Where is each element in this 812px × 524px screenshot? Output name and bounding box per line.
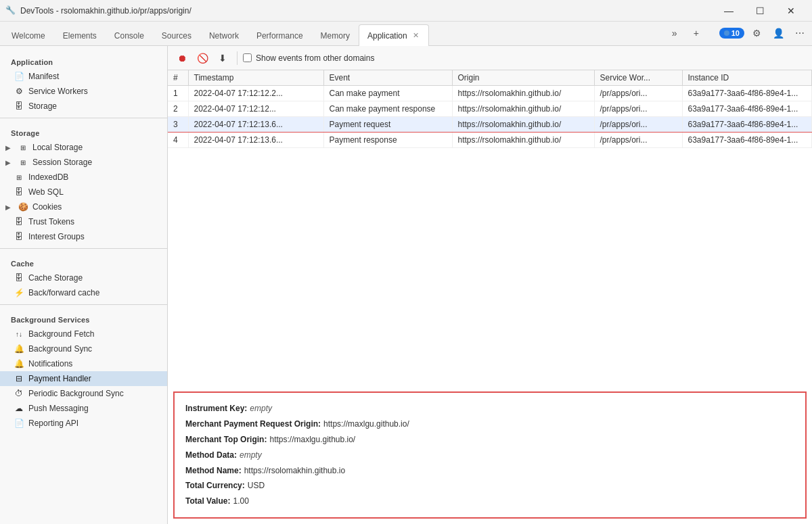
new-tab-button[interactable]: + bbox=[687, 24, 706, 43]
detail-row-method-name: Method Name: https://rsolomakhin.github.… bbox=[185, 463, 794, 479]
cookies-icon: 🍪 bbox=[18, 201, 28, 212]
row-service-worker: /pr/apps/ori... bbox=[594, 133, 682, 148]
events-table: # Timestamp Event Origin Service Wor... … bbox=[168, 70, 812, 148]
sidebar-item-push-messaging[interactable]: ☁ Push Messaging bbox=[0, 401, 167, 416]
col-service-worker: Service Wor... bbox=[594, 70, 682, 86]
sidebar-item-indexeddb[interactable]: ⊞ IndexedDB bbox=[0, 170, 167, 185]
sidebar-item-back-forward-cache[interactable]: ⚡ Back/forward cache bbox=[0, 285, 167, 300]
sidebar-item-interest-groups[interactable]: 🗄 Interest Groups bbox=[0, 229, 167, 244]
detail-row-merchant-payment-request-origin: Merchant Payment Request Origin: https:/… bbox=[185, 416, 794, 432]
save-button[interactable]: ⬇ bbox=[214, 49, 231, 67]
close-button[interactable]: ✕ bbox=[775, 0, 807, 22]
tab-network[interactable]: Network bbox=[200, 24, 248, 46]
table-row[interactable]: 32022-04-07 17:12:13.6...Payment request… bbox=[168, 117, 812, 133]
tab-application[interactable]: Application ✕ bbox=[359, 24, 429, 46]
sidebar-item-trust-tokens[interactable]: 🗄 Trust Tokens bbox=[0, 214, 167, 229]
indexeddb-icon: ⊞ bbox=[14, 172, 24, 183]
sidebar-section-cache: Cache bbox=[0, 253, 167, 270]
sidebar-item-back-forward-cache-label: Back/forward cache bbox=[28, 288, 99, 297]
sidebar-item-reporting-api[interactable]: 📄 Reporting API bbox=[0, 416, 167, 431]
record-button[interactable]: ⏺ bbox=[173, 49, 191, 67]
sidebar-item-cookies[interactable]: ▶ 🍪 Cookies bbox=[0, 199, 167, 214]
profile-button[interactable]: 👤 bbox=[769, 24, 788, 43]
sidebar-item-notifications-label: Notifications bbox=[28, 359, 72, 368]
more-options-button[interactable]: ⋯ bbox=[790, 24, 809, 43]
sidebar-item-reporting-api-label: Reporting API bbox=[28, 419, 78, 428]
error-badge[interactable]: 10 bbox=[719, 28, 744, 39]
more-tabs-button[interactable]: » bbox=[665, 24, 684, 43]
sidebar-item-background-sync[interactable]: 🔔 Background Sync bbox=[0, 341, 167, 356]
merchant-top-origin-label: Merchant Top Origin: bbox=[185, 432, 267, 448]
sidebar-item-storage-label: Storage bbox=[28, 101, 57, 111]
sidebar-item-notifications[interactable]: 🔔 Notifications bbox=[0, 356, 167, 371]
row-event: Can make payment bbox=[323, 86, 452, 101]
row-origin: https://rsolomakhin.github.io/ bbox=[452, 101, 594, 117]
total-value-label: Total Value: bbox=[185, 494, 230, 509]
main-toolbar: ⏺ 🚫 ⬇ Show events from other domains bbox=[168, 46, 812, 70]
show-events-checkbox-label[interactable]: Show events from other domains bbox=[243, 53, 374, 63]
row-timestamp: 2022-04-07 17:12:13.6... bbox=[188, 133, 323, 148]
sidebar-item-cache-storage[interactable]: 🗄 Cache Storage bbox=[0, 270, 167, 285]
tab-memory[interactable]: Memory bbox=[312, 24, 359, 46]
notifications-icon: 🔔 bbox=[14, 358, 24, 369]
detail-row-instrument-key: Instrument Key: empty bbox=[185, 401, 794, 416]
sidebar-item-trust-tokens-label: Trust Tokens bbox=[28, 217, 74, 227]
sidebar-item-local-storage[interactable]: ▶ ⊞ Local Storage bbox=[0, 140, 167, 155]
instrument-key-value: empty bbox=[250, 401, 272, 416]
background-sync-icon: 🔔 bbox=[14, 343, 24, 354]
local-storage-arrow-icon: ▶ bbox=[5, 144, 14, 151]
sidebar-item-session-storage-label: Session Storage bbox=[32, 158, 92, 167]
clear-button[interactable]: 🚫 bbox=[194, 49, 211, 67]
sidebar-item-interest-groups-label: Interest Groups bbox=[28, 232, 85, 241]
background-fetch-icon: ↑↓ bbox=[14, 329, 24, 339]
merchant-top-origin-value: https://maxlgu.github.io/ bbox=[269, 432, 355, 448]
row-num: 3 bbox=[168, 117, 188, 133]
sidebar-item-background-fetch-label: Background Fetch bbox=[28, 329, 94, 339]
sidebar-item-push-messaging-label: Push Messaging bbox=[28, 404, 89, 413]
sidebar-item-manifest[interactable]: 📄 Manifest bbox=[0, 69, 167, 84]
row-event: Payment request bbox=[323, 117, 452, 133]
tab-network-label: Network bbox=[209, 31, 239, 41]
sidebar-item-periodic-background-sync-label: Periodic Background Sync bbox=[28, 389, 124, 398]
sidebar-item-storage[interactable]: 🗄 Storage bbox=[0, 99, 167, 114]
sidebar-item-service-workers[interactable]: ⚙ Service Workers bbox=[0, 84, 167, 99]
show-events-checkbox[interactable] bbox=[243, 53, 252, 62]
payment-handler-icon: ⊟ bbox=[14, 373, 24, 384]
local-storage-icon: ⊞ bbox=[18, 142, 28, 153]
table-row[interactable]: 12022-04-07 17:12:12.2...Can make paymen… bbox=[168, 86, 812, 101]
tab-welcome[interactable]: Welcome bbox=[3, 24, 54, 46]
tab-elements[interactable]: Elements bbox=[54, 24, 106, 46]
row-service-worker: /pr/apps/ori... bbox=[594, 101, 682, 117]
tab-performance[interactable]: Performance bbox=[248, 24, 312, 46]
tab-sources[interactable]: Sources bbox=[153, 24, 200, 46]
method-name-value: https://rsolomakhin.github.io bbox=[244, 463, 345, 479]
devtools-icon: 🔧 bbox=[5, 5, 16, 16]
tab-sources-label: Sources bbox=[162, 31, 191, 41]
sidebar-item-session-storage[interactable]: ▶ ⊞ Session Storage bbox=[0, 155, 167, 170]
sidebar-item-payment-handler-label: Payment Handler bbox=[28, 374, 91, 383]
row-timestamp: 2022-04-07 17:12:13.6... bbox=[188, 117, 323, 133]
cache-storage-icon: 🗄 bbox=[14, 272, 24, 283]
table-row[interactable]: 22022-04-07 17:12:12...Can make payment … bbox=[168, 101, 812, 117]
tab-application-close[interactable]: ✕ bbox=[411, 30, 420, 41]
merchant-payment-request-origin-value: https://maxlgu.github.io/ bbox=[323, 416, 409, 432]
sidebar: Application 📄 Manifest ⚙ Service Workers… bbox=[0, 46, 168, 524]
manifest-icon: 📄 bbox=[14, 71, 24, 82]
sidebar-item-web-sql[interactable]: 🗄 Web SQL bbox=[0, 185, 167, 199]
table-row[interactable]: 42022-04-07 17:12:13.6...Payment respons… bbox=[168, 133, 812, 148]
method-name-label: Method Name: bbox=[185, 463, 242, 479]
tab-console[interactable]: Console bbox=[106, 24, 153, 46]
settings-button[interactable]: ⚙ bbox=[747, 24, 766, 43]
sidebar-section-background-services: Background Services bbox=[0, 309, 167, 327]
sidebar-section-application: Application bbox=[0, 51, 167, 69]
method-data-value: empty bbox=[240, 448, 262, 463]
events-table-container: # Timestamp Event Origin Service Wor... … bbox=[168, 70, 812, 386]
sidebar-item-periodic-background-sync[interactable]: ⏱ Periodic Background Sync bbox=[0, 386, 167, 401]
sidebar-item-payment-handler[interactable]: ⊟ Payment Handler bbox=[0, 371, 167, 386]
row-num: 2 bbox=[168, 101, 188, 117]
sidebar-item-background-fetch[interactable]: ↑↓ Background Fetch bbox=[0, 327, 167, 341]
minimize-button[interactable]: — bbox=[713, 0, 744, 22]
maximize-button[interactable]: ☐ bbox=[744, 0, 775, 22]
row-num: 1 bbox=[168, 86, 188, 101]
sidebar-item-cache-storage-label: Cache Storage bbox=[28, 273, 83, 283]
